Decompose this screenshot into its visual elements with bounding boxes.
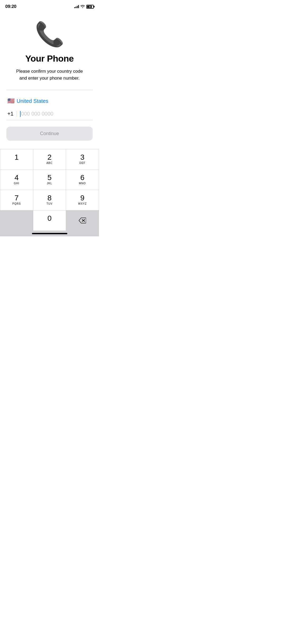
- phone-icon-container: 📞: [35, 22, 64, 46]
- continue-button[interactable]: Continue: [6, 127, 93, 141]
- numpad-delete-button[interactable]: [66, 210, 99, 231]
- phone-emoji: 📞: [35, 22, 64, 46]
- text-cursor: [20, 111, 21, 117]
- numpad: 1 2 ABC 3 DEF 4 GHI 5 JKL 6 MNO 7 PQRS 8…: [0, 149, 99, 231]
- numpad-key-2[interactable]: 2 ABC: [33, 149, 66, 169]
- numpad-key-0[interactable]: 0: [33, 210, 66, 231]
- phone-placeholder: 000 000 0000: [21, 111, 92, 117]
- numpad-key-4[interactable]: 4 GHI: [0, 170, 33, 190]
- phone-input-row: +1 000 000 0000: [6, 108, 93, 120]
- country-name: United States: [17, 98, 48, 104]
- phone-input-field[interactable]: 000 000 0000: [20, 111, 92, 117]
- country-selector[interactable]: 🇺🇸 United States: [6, 94, 93, 108]
- top-divider: [6, 90, 93, 90]
- signal-icon: [74, 5, 79, 8]
- wifi-icon: [81, 4, 85, 9]
- main-content: 📞 Your Phone Please confirm your country…: [0, 12, 99, 149]
- status-bar: 09:20 84: [0, 0, 99, 12]
- numpad-key-empty: [0, 210, 33, 231]
- country-code: +1: [7, 111, 17, 117]
- numpad-key-9[interactable]: 9 WXYZ: [66, 190, 99, 210]
- numpad-key-6[interactable]: 6 MNO: [66, 170, 99, 190]
- home-indicator: [0, 231, 99, 236]
- status-icons: 84: [74, 4, 94, 9]
- numpad-key-7[interactable]: 7 PQRS: [0, 190, 33, 210]
- home-bar: [32, 233, 67, 234]
- page-title: Your Phone: [25, 53, 74, 64]
- page-subtitle: Please confirm your country codeand ente…: [16, 68, 83, 81]
- numpad-key-5[interactable]: 5 JKL: [33, 170, 66, 190]
- country-flag: 🇺🇸: [7, 98, 15, 104]
- numpad-key-3[interactable]: 3 DEF: [66, 149, 99, 169]
- numpad-key-1[interactable]: 1: [0, 149, 33, 169]
- status-time: 09:20: [5, 4, 16, 9]
- numpad-key-8[interactable]: 8 TUV: [33, 190, 66, 210]
- delete-icon: [79, 218, 86, 223]
- battery-icon: 84: [86, 5, 94, 9]
